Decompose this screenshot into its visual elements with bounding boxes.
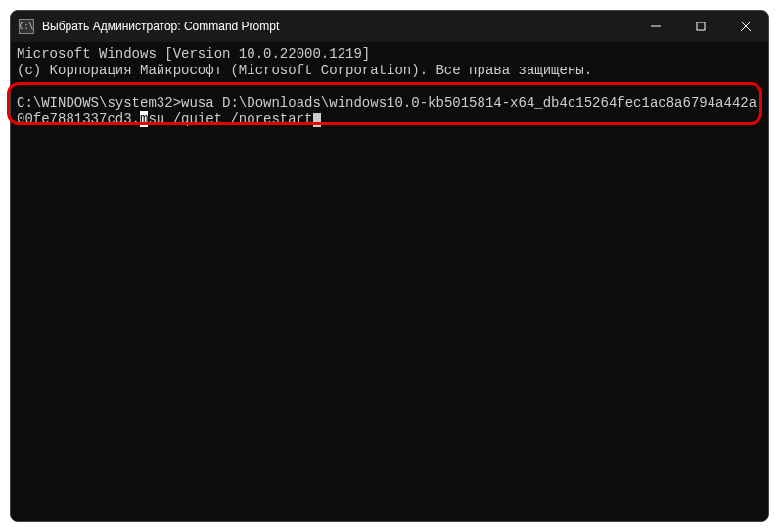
window-controls [633, 11, 768, 42]
cursor-icon [313, 113, 321, 127]
terminal-body[interactable]: Microsoft Windows [Version 10.0.22000.12… [11, 42, 768, 521]
maximize-button[interactable] [678, 11, 723, 42]
version-line: Microsoft Windows [Version 10.0.22000.12… [17, 46, 370, 62]
close-button[interactable] [723, 11, 768, 42]
minimize-button[interactable] [633, 11, 678, 42]
command-prompt-window: C:\ Выбрать Администратор: Command Promp… [10, 10, 769, 522]
app-icon: C:\ [19, 19, 34, 34]
copyright-line: (c) Корпорация Майкрософт (Microsoft Cor… [17, 63, 592, 78]
window-title: Выбрать Администратор: Command Prompt [42, 20, 633, 33]
command-part2: su /quiet /norestart [148, 111, 312, 127]
app-icon-glyph: C:\ [20, 22, 33, 31]
svg-rect-1 [697, 22, 705, 30]
prompt-text: C:\WINDOWS\system32> [17, 95, 181, 111]
titlebar[interactable]: C:\ Выбрать Администратор: Command Promp… [11, 11, 768, 42]
